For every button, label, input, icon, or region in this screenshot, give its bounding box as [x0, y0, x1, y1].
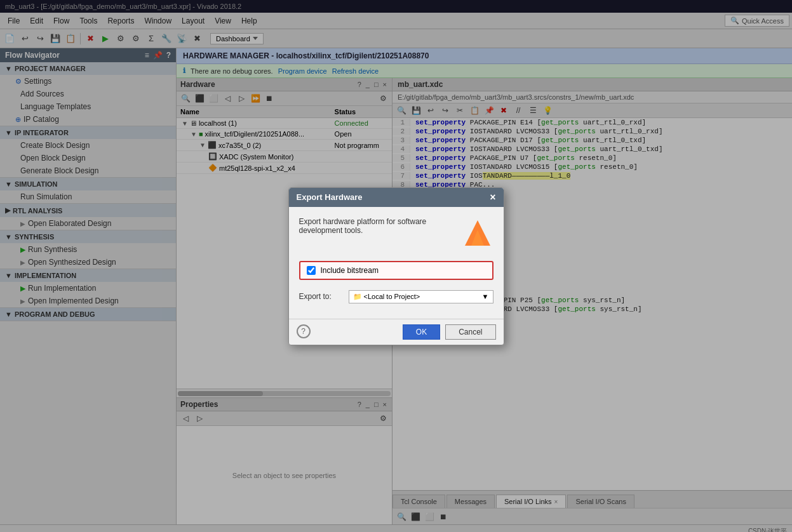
include-bitstream-row: Include bitstream	[299, 261, 493, 280]
include-bitstream-label: Include bitstream	[321, 266, 379, 275]
dialog-buttons: ? OK Cancel	[289, 319, 504, 345]
dialog-title-bar: Export Hardware ×	[289, 188, 504, 207]
dialog-description: Export hardware platform for software de…	[299, 217, 457, 235]
dialog-help-btn[interactable]: ?	[297, 324, 311, 338]
dialog-body: Export hardware platform for software de…	[289, 207, 504, 319]
dialog-overlay[interactable]: Export Hardware × Export hardware platfo…	[0, 0, 792, 532]
export-to-chevron: ▼	[482, 293, 489, 300]
dialog-close-btn[interactable]: ×	[490, 192, 495, 203]
include-bitstream-checkbox[interactable]	[307, 266, 316, 275]
dialog-cancel-btn[interactable]: Cancel	[445, 324, 495, 340]
vivado-logo-container	[462, 217, 493, 251]
dialog-title-text: Export Hardware	[297, 192, 363, 202]
export-to-label: Export to:	[299, 292, 344, 301]
dialog-ok-btn[interactable]: OK	[403, 324, 440, 340]
export-to-dropdown[interactable]: 📁 <Local to Project> ▼	[349, 290, 493, 303]
export-to-value: 📁 <Local to Project>	[353, 293, 420, 301]
dialog-desc-text: Export hardware platform for software de…	[299, 217, 427, 235]
vivado-logo	[462, 217, 493, 249]
export-hardware-dialog: Export Hardware × Export hardware platfo…	[288, 187, 504, 345]
export-to-row: Export to: 📁 <Local to Project> ▼	[299, 290, 493, 303]
